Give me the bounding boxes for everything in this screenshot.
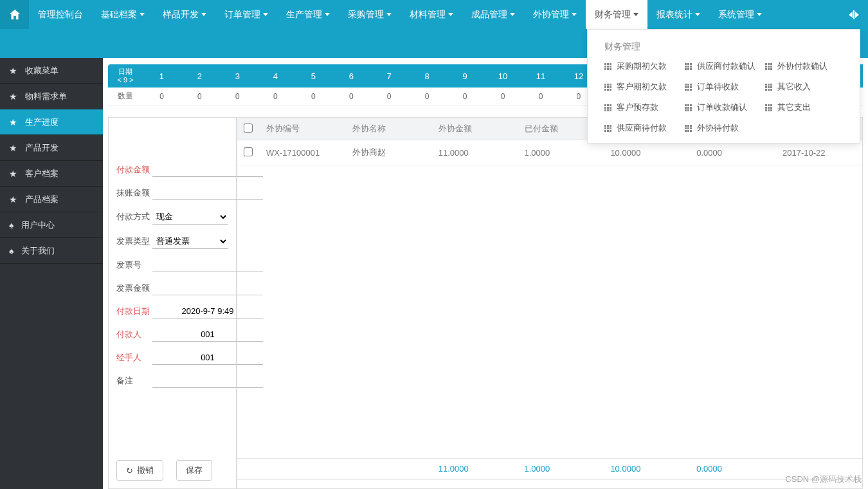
nav-item-5[interactable]: 采购管理 — [339, 0, 401, 29]
dropdown-item-3[interactable]: 客户期初欠款 — [604, 81, 682, 93]
grid-icon — [685, 104, 692, 111]
remark-label: 备注 — [116, 375, 152, 387]
offset-amount-label: 抹账金额 — [116, 187, 152, 199]
caret-icon — [757, 13, 762, 16]
date-cell[interactable]: 4 — [257, 64, 294, 88]
nav-item-9[interactable]: 财务管理 — [586, 0, 647, 29]
sidebar-item-label: 生产进度 — [25, 116, 59, 128]
qty-cell: 0 — [484, 92, 522, 101]
sidebar-item-label: 物料需求单 — [25, 91, 67, 102]
sidebar-item-5[interactable]: ★产品档案 — [0, 187, 103, 212]
expand-icon — [849, 10, 859, 19]
date-cell[interactable]: 6 — [332, 64, 370, 88]
star-icon: ★ — [9, 194, 17, 205]
date-strip-header[interactable]: 日期 < 9 > — [108, 64, 143, 88]
sidebar-item-2[interactable]: ★生产进度 — [0, 109, 103, 135]
qty-cell: 0 — [143, 92, 181, 101]
star-icon: ★ — [9, 169, 17, 179]
caret-icon — [386, 13, 392, 16]
date-cell[interactable]: 7 — [370, 64, 408, 88]
date-cell[interactable]: 3 — [219, 64, 257, 88]
dropdown-title: 财务管理 — [588, 41, 860, 60]
home-icon — [8, 8, 22, 22]
quantity-header: 数量 — [108, 91, 143, 102]
dropdown-item-10[interactable]: 外协待付款 — [685, 122, 763, 134]
grid-icon — [685, 84, 692, 91]
invoice-type-label: 发票类型 — [116, 235, 152, 247]
dropdown-item-1[interactable]: 供应商付款确认 — [685, 60, 763, 72]
expand-toggle[interactable] — [839, 0, 868, 29]
invoice-type-select[interactable]: 普通发票 — [152, 234, 228, 249]
nav-item-6[interactable]: 材料管理 — [401, 0, 462, 29]
home-button[interactable] — [0, 0, 29, 29]
caret-icon — [140, 13, 145, 16]
caret-icon — [510, 13, 515, 16]
sidebar-item-1[interactable]: ★物料需求单 — [0, 84, 103, 109]
grid-icon — [685, 125, 692, 132]
date-cell[interactable]: 1 — [143, 64, 181, 88]
payer-label: 付款人 — [116, 329, 152, 340]
save-button[interactable]: 保存 — [176, 460, 212, 481]
table-footer-row: 11.0000 1.0000 10.0000 0.0000 — [237, 459, 862, 479]
col-amount[interactable]: 外协金额 — [432, 118, 518, 140]
grid-icon — [604, 104, 611, 111]
nav-item-0[interactable]: 管理控制台 — [29, 0, 92, 29]
qty-cell: 0 — [370, 92, 408, 101]
nav-item-1[interactable]: 基础档案 — [92, 0, 154, 29]
dropdown-item-9[interactable]: 供应商待付款 — [604, 122, 682, 134]
horizontal-scrollbar[interactable] — [237, 479, 862, 488]
dropdown-item-7[interactable]: 订单收款确认 — [685, 102, 763, 113]
dropdown-item-5[interactable]: 其它收入 — [765, 81, 843, 93]
dropdown-item-2[interactable]: 外协付款确认 — [765, 60, 843, 72]
grid-icon — [604, 63, 611, 70]
sidebar-item-4[interactable]: ★客户档案 — [0, 161, 103, 187]
undo-button[interactable]: ↻撤销 — [116, 460, 163, 481]
sidebar-item-0[interactable]: ★收藏菜单 — [0, 58, 103, 84]
star-icon: ★ — [9, 117, 17, 127]
date-cell[interactable]: 9 — [446, 64, 484, 88]
date-cell[interactable]: 8 — [408, 64, 446, 88]
nav-item-11[interactable]: 系统管理 — [709, 0, 771, 29]
pay-method-select[interactable]: 现金 — [152, 209, 228, 225]
nav-item-4[interactable]: 生产管理 — [277, 0, 339, 29]
sidebar-item-7[interactable]: ♠关于我们 — [0, 238, 103, 264]
row-checkbox[interactable] — [244, 147, 253, 156]
qty-cell: 0 — [219, 92, 257, 101]
star-icon: ♠ — [9, 246, 14, 256]
select-all-checkbox[interactable] — [244, 124, 253, 133]
dropdown-item-6[interactable]: 客户预存款 — [604, 102, 682, 113]
refresh-icon: ↻ — [126, 466, 133, 475]
nav-item-2[interactable]: 样品开发 — [154, 0, 215, 29]
sidebar-item-label: 客户档案 — [25, 168, 59, 180]
sidebar-item-3[interactable]: ★产品开发 — [0, 135, 103, 161]
date-cell[interactable]: 10 — [484, 64, 522, 88]
date-cell[interactable]: 5 — [294, 64, 332, 88]
date-cell[interactable]: 2 — [181, 64, 219, 88]
qty-cell: 0 — [408, 92, 446, 101]
qty-cell: 0 — [446, 92, 484, 101]
caret-icon — [201, 13, 206, 16]
caret-icon — [572, 13, 577, 16]
nav-item-3[interactable]: 订单管理 — [215, 0, 277, 29]
table-row[interactable]: WX-17100001 外协商赵 11.0000 1.0000 10.0000 … — [237, 140, 862, 165]
sidebar-item-label: 产品开发 — [25, 142, 59, 154]
col-name[interactable]: 外协名称 — [346, 118, 432, 140]
nav-item-7[interactable]: 成品管理 — [462, 0, 524, 29]
finance-dropdown: 财务管理 采购期初欠款供应商付款确认外协付款确认客户期初欠款订单待收款其它收入客… — [587, 29, 860, 143]
sidebar-item-6[interactable]: ♠用户中心 — [0, 212, 103, 238]
dropdown-item-8[interactable]: 其它支出 — [765, 102, 843, 113]
nav-item-8[interactable]: 外协管理 — [524, 0, 586, 29]
nav-item-10[interactable]: 报表统计 — [647, 0, 709, 29]
col-code[interactable]: 外协编号 — [260, 118, 346, 140]
top-nav: 管理控制台基础档案样品开发订单管理生产管理采购管理材料管理成品管理外协管理财务管… — [0, 0, 868, 29]
caret-icon — [633, 13, 638, 16]
grid-icon — [765, 104, 772, 111]
star-icon: ★ — [9, 143, 17, 153]
grid-icon — [604, 125, 611, 132]
dropdown-item-0[interactable]: 采购期初欠款 — [604, 60, 682, 72]
sidebar: ★收藏菜单★物料需求单★生产进度★产品开发★客户档案★产品档案♠用户中心♠关于我… — [0, 58, 103, 489]
sidebar-item-label: 关于我们 — [21, 245, 55, 257]
dropdown-item-4[interactable]: 订单待收款 — [685, 81, 763, 93]
date-cell[interactable]: 11 — [522, 64, 560, 88]
pay-amount-label: 付款金额 — [116, 164, 152, 176]
